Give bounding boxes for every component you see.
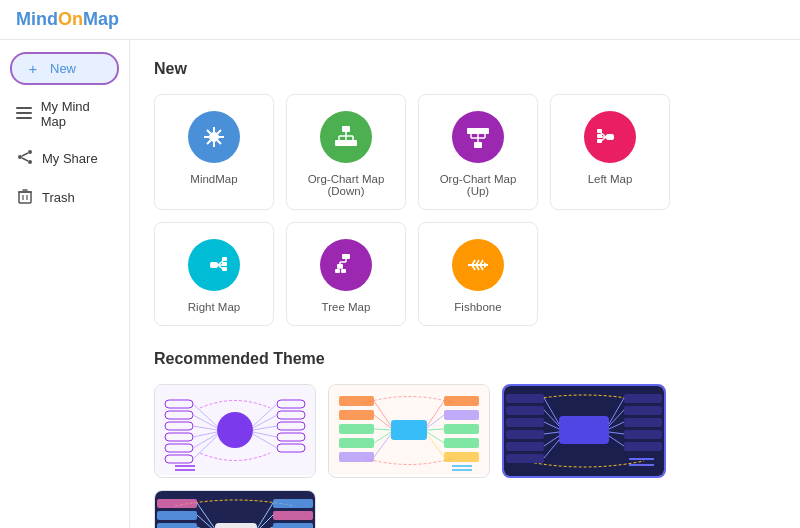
theme-card-3[interactable]	[502, 384, 666, 478]
svg-rect-51	[222, 257, 227, 261]
svg-line-89	[193, 436, 217, 459]
right-map-icon-bg	[188, 239, 240, 291]
svg-rect-121	[506, 394, 544, 403]
svg-rect-79	[277, 400, 305, 408]
sidebar-item-my-mind-map[interactable]: My Mind Map	[0, 89, 129, 139]
svg-rect-152	[273, 511, 313, 520]
svg-rect-52	[222, 262, 227, 266]
share-icon	[16, 149, 34, 168]
svg-rect-153	[273, 523, 313, 528]
svg-rect-129	[624, 418, 662, 427]
svg-rect-54	[342, 254, 350, 259]
svg-rect-28	[335, 140, 343, 146]
svg-line-141	[609, 432, 624, 434]
svg-rect-62	[335, 269, 340, 273]
svg-line-91	[253, 415, 277, 428]
fishbone-label: Fishbone	[454, 301, 501, 313]
theme-grid	[154, 384, 776, 528]
svg-rect-101	[339, 438, 374, 448]
left-map-label: Left Map	[588, 173, 633, 185]
sidebar-new-label: New	[50, 61, 76, 76]
svg-line-156	[197, 503, 215, 528]
recommended-theme-title: Recommended Theme	[154, 350, 776, 368]
theme-card-1[interactable]	[154, 384, 316, 478]
svg-line-108	[374, 401, 391, 426]
org-down-icon-bg	[320, 111, 372, 163]
svg-rect-83	[277, 444, 305, 452]
svg-rect-82	[277, 433, 305, 441]
svg-rect-145	[215, 523, 257, 528]
svg-rect-100	[339, 424, 374, 434]
svg-rect-98	[339, 396, 374, 406]
svg-line-115	[427, 429, 444, 430]
template-grid: MindMap Org-C	[154, 94, 776, 326]
svg-rect-127	[624, 394, 662, 403]
template-card-tree-map[interactable]: Tree Map	[286, 222, 406, 326]
svg-line-18	[207, 130, 211, 134]
svg-rect-78	[165, 455, 193, 463]
svg-rect-75	[165, 422, 193, 430]
theme-preview-4	[155, 491, 315, 528]
svg-line-132	[544, 398, 559, 424]
svg-line-113	[427, 401, 444, 426]
svg-rect-148	[157, 523, 197, 528]
svg-line-19	[218, 130, 222, 134]
svg-rect-97	[391, 420, 427, 440]
svg-line-6	[22, 153, 28, 156]
theme-card-4[interactable]	[154, 490, 316, 528]
svg-rect-30	[349, 140, 357, 146]
svg-rect-77	[165, 444, 193, 452]
org-down-label: Org-Chart Map (Down)	[295, 173, 397, 197]
list-icon	[16, 105, 33, 124]
sidebar-item-new[interactable]: + New	[10, 52, 119, 85]
sidebar-my-mind-map-label: My Mind Map	[41, 99, 113, 129]
main-layout: + New My Mind Map	[0, 40, 800, 528]
svg-rect-128	[624, 406, 662, 415]
svg-point-4	[18, 155, 22, 159]
sidebar-my-share-label: My Share	[42, 151, 98, 166]
template-card-right-map[interactable]: Right Map	[154, 222, 274, 326]
svg-rect-38	[474, 128, 482, 134]
right-map-label: Right Map	[188, 301, 240, 313]
svg-rect-80	[277, 411, 305, 419]
theme-card-2[interactable]	[328, 384, 490, 478]
svg-rect-2	[16, 117, 32, 119]
template-card-fishbone[interactable]: Fishbone	[418, 222, 538, 326]
theme-preview-1	[155, 385, 315, 475]
svg-rect-104	[444, 410, 479, 420]
svg-rect-126	[506, 454, 544, 463]
sidebar-item-trash[interactable]: Trash	[0, 178, 129, 217]
template-card-left-map[interactable]: Left Map	[550, 94, 670, 210]
template-card-org-down[interactable]: Org-Chart Map (Down)	[286, 94, 406, 210]
svg-line-161	[257, 503, 273, 528]
svg-rect-146	[157, 499, 197, 508]
svg-point-5	[28, 160, 32, 164]
sidebar-item-my-share[interactable]: My Share	[0, 139, 129, 178]
svg-rect-107	[444, 452, 479, 462]
svg-rect-147	[157, 511, 197, 520]
svg-point-3	[28, 150, 32, 154]
svg-line-21	[218, 141, 222, 145]
svg-rect-29	[342, 140, 350, 146]
left-map-icon-bg	[584, 111, 636, 163]
svg-rect-105	[444, 424, 479, 434]
svg-line-138	[609, 398, 624, 424]
mindmap-label: MindMap	[190, 173, 237, 185]
sidebar: + New My Mind Map	[0, 40, 130, 528]
org-up-icon-bg	[452, 111, 504, 163]
app-header: MindOnMap	[0, 0, 800, 40]
svg-rect-125	[506, 442, 544, 451]
theme-preview-3	[504, 386, 664, 476]
svg-rect-63	[341, 269, 346, 273]
svg-marker-71	[484, 262, 488, 268]
sidebar-trash-label: Trash	[42, 190, 75, 205]
svg-rect-73	[165, 400, 193, 408]
tree-map-label: Tree Map	[322, 301, 371, 313]
template-card-mindmap[interactable]: MindMap	[154, 94, 274, 210]
svg-line-157	[197, 515, 215, 528]
template-card-org-up[interactable]: Org-Chart Map (Up)	[418, 94, 538, 210]
theme-preview-2	[329, 385, 489, 475]
svg-rect-37	[467, 128, 475, 134]
svg-rect-74	[165, 411, 193, 419]
svg-rect-131	[624, 442, 662, 451]
